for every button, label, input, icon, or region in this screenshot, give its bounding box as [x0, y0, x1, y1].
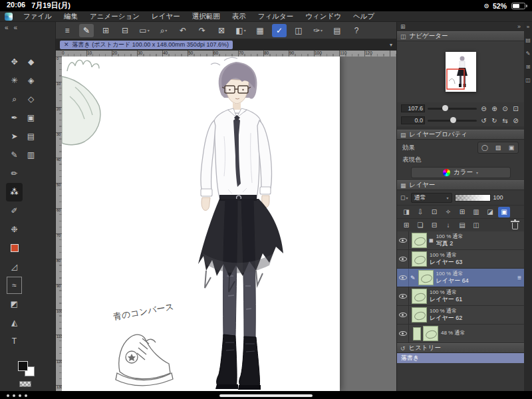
toolbar-button-fill[interactable]: ◧ ▾ [233, 24, 248, 37]
layer-thumbnail[interactable] [412, 233, 427, 248]
layer-command-mask-area[interactable]: ◫ [470, 220, 482, 231]
toolbar-button-rect-select[interactable]: ▭ ▾ [137, 24, 152, 37]
tool-blend[interactable]: ≈ [6, 276, 23, 295]
tool-move[interactable]: ✥ [6, 53, 23, 71]
history-item[interactable]: 落書き [397, 353, 524, 363]
collapse-left-icon-2[interactable]: « [14, 24, 18, 31]
zoom-slider[interactable] [428, 108, 477, 110]
tool-airbrush[interactable]: ⁂ [6, 183, 23, 201]
layer-thumbnail[interactable] [423, 326, 438, 341]
zoom-value[interactable]: 107.6 [401, 104, 425, 112]
tool-wand[interactable]: ✳ [6, 71, 23, 90]
menu-item[interactable]: ウィンドウ [299, 11, 347, 21]
layer-thumbnail[interactable] [418, 270, 434, 285]
layer-row-layer-62[interactable]: ✎ ▦ 100 % 通常 レイヤー 62 ≡ [397, 306, 524, 325]
layer-command-new-folder[interactable]: ⊟ [428, 220, 440, 231]
tool-operation[interactable]: ➤ [6, 127, 23, 146]
close-tab-icon[interactable]: ✕ [64, 42, 69, 48]
rotate-slider-handle[interactable] [450, 117, 456, 123]
nav-button-flip-horizontal[interactable]: ⇆ [501, 116, 509, 125]
collapse-left-icon[interactable]: « [5, 24, 9, 31]
toolbar-button-special-ruler[interactable]: ◫ ▾ [291, 24, 306, 37]
menu-item[interactable]: 選択範囲 [186, 11, 226, 21]
tool-sub-6[interactable]: ▥ [23, 146, 39, 164]
toolbar-button-snap-to-ruler[interactable]: ✓ ▾ [272, 24, 287, 37]
menu-item[interactable]: アニメーション [84, 11, 146, 21]
toolbar-button-help[interactable]: ? ▾ [349, 24, 364, 37]
tool-text[interactable]: T [6, 332, 23, 350]
toolbar-button-workspace-layout[interactable]: ⊞ ▾ [98, 24, 113, 37]
toolbar-button-screen-settings[interactable]: ▤ ▾ [330, 24, 344, 37]
nav-button-reset-rotation[interactable]: ⊘ [511, 116, 520, 125]
tool-pen[interactable]: ✎ [6, 146, 23, 164]
layer-command-set-as-ruler[interactable]: ▥ [470, 207, 482, 217]
nav-button-zoom-reset[interactable]: ⊙ [501, 104, 509, 113]
toolbar-button-edit-mode[interactable]: ✎ ▾ [79, 24, 94, 37]
tool-brush[interactable]: ✐ [6, 201, 23, 220]
layer-command-enable-mask[interactable]: ⊞ [456, 207, 468, 217]
panel-dock-icon[interactable]: ⊞ [400, 23, 406, 30]
visibility-toggle[interactable] [397, 250, 409, 268]
layer-row-layer-63[interactable]: ✎ ▦ 100 % 通常 レイヤー 63 ≡ [397, 250, 524, 269]
tool-gradient[interactable]: ◩ [6, 295, 23, 313]
tool-sub-1[interactable]: ◆ [23, 53, 39, 71]
layer-command-clip-at-layer-below[interactable]: ◨ [400, 207, 412, 217]
layer-command-lock-transparent-pixels[interactable]: ✧ [442, 207, 454, 217]
layer-command-lock-layer[interactable]: ⊡ [428, 207, 440, 217]
color-mode-button[interactable]: カラー ▾ [411, 167, 511, 178]
collapse-right-icon[interactable]: » [517, 23, 521, 30]
toolbar-button-main-menu[interactable]: ≡ ▾ [60, 24, 74, 37]
tool-figure[interactable]: ◭ [6, 313, 23, 332]
tool-sub-5[interactable]: ▤ [23, 127, 39, 146]
tool-eyedropper[interactable]: ✒ [6, 108, 23, 127]
layer-thumbnail[interactable] [412, 307, 427, 323]
toolbar-button-undo[interactable]: ↶ ▾ [176, 24, 190, 37]
layer-thumbnail[interactable] [412, 251, 427, 267]
edge-icon-sub-tool-edge[interactable]: ✎ [526, 51, 531, 57]
nav-button-fit-screen[interactable]: ⊡ [511, 104, 520, 113]
layer-command-reference-layer[interactable]: ◪ [484, 207, 496, 217]
visibility-toggle[interactable] [397, 287, 409, 305]
rotate-value[interactable]: 0.0 [401, 116, 425, 124]
drag-handle-icon[interactable]: ≡ [517, 274, 521, 281]
tool-pencil[interactable]: ✏ [6, 164, 23, 183]
layer-command-layer-color-toggle[interactable]: ▣ [498, 207, 510, 217]
toolbar-button-pen-settings[interactable]: ✑ ▾ [311, 24, 325, 37]
menu-item[interactable]: レイヤー [146, 11, 186, 21]
nav-button-rotate-right[interactable]: ↻ [490, 116, 499, 125]
tool-zoom[interactable]: ⌕ [6, 90, 23, 108]
navigator-thumbnail[interactable] [446, 52, 476, 92]
layer-command-merge-down[interactable]: ▤ [456, 220, 468, 231]
layer-command-transfer-to-lower[interactable]: ↓ [442, 220, 454, 231]
layer-thumbnail[interactable] [412, 289, 427, 304]
rotate-slider[interactable] [428, 120, 477, 122]
toolbar-button-grid[interactable]: ▦ ▾ [253, 24, 267, 37]
tab-list-dropdown-icon[interactable]: ▾ [390, 42, 392, 48]
clip-studio-logo-icon[interactable] [5, 13, 13, 21]
canvas-viewport[interactable]: 青のコンバース [62, 57, 396, 391]
edge-icon-color-set-edge[interactable]: ◫ [525, 77, 531, 83]
tool-decoration[interactable]: ❉ [6, 220, 23, 239]
menu-item[interactable]: フィルター [252, 11, 299, 21]
visibility-toggle[interactable] [397, 269, 409, 287]
toolbar-button-zoom[interactable]: ⌕ ▾ [156, 24, 171, 37]
layer-command-transfer-down[interactable]: ⇩ [414, 207, 426, 217]
layer-row-photo-2[interactable]: ✎ ▦ 100 % 通常 写真 2 ≡ [397, 231, 524, 250]
layer-command-new-raster-layer[interactable]: ⊞ [400, 220, 412, 231]
tool-sub-2[interactable]: ◈ [23, 71, 39, 90]
layer-property-header[interactable]: ▤ レイヤープロパティ [397, 130, 524, 140]
edge-icon-collapse-panels[interactable]: » [527, 24, 529, 30]
main-color-swatch[interactable] [18, 361, 28, 371]
layer-row-layer-61[interactable]: ✎ ▦ 100 % 通常 レイヤー 61 ≡ [397, 287, 524, 306]
edge-icon-brush-size-edge[interactable]: ⊞ [526, 64, 531, 70]
navigator-header[interactable]: ◫ ナビゲーター [397, 31, 524, 41]
menu-item[interactable]: ヘルプ [347, 11, 380, 21]
effect-button-layer-color[interactable]: ▣ [505, 142, 518, 153]
visibility-toggle[interactable] [397, 231, 409, 249]
layer-command-new-vector-layer[interactable]: ❏ [414, 220, 426, 231]
menu-item[interactable]: 表示 [226, 11, 252, 21]
visibility-toggle[interactable] [397, 306, 409, 324]
menu-item[interactable]: 編集 [58, 11, 84, 21]
layers-header[interactable]: ▦ レイヤー [397, 180, 524, 190]
document-tab[interactable]: ✕ 落書き (ポストカード 100.00 x 148.00mm 350dpi 1… [60, 41, 233, 49]
